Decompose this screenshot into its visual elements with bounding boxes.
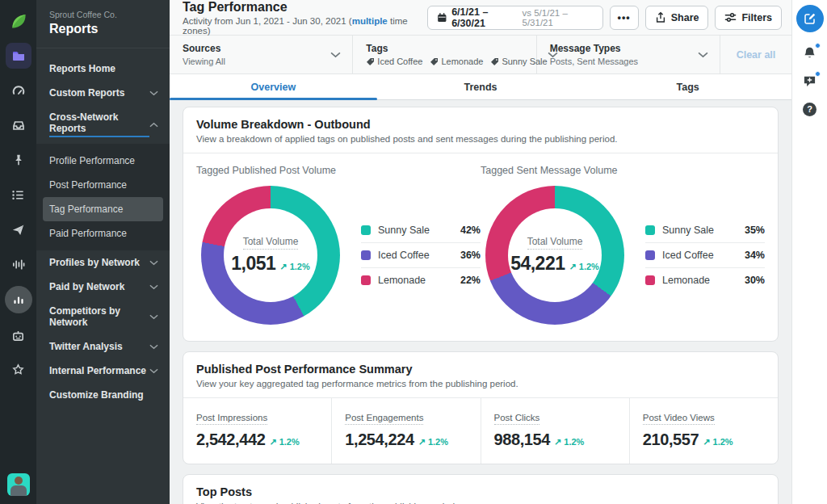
sources-filter[interactable]: Sources Viewing All [170,36,353,74]
sidebar-item-internal-performance[interactable]: Internal Performance [36,359,170,383]
sidebar-item-inbox[interactable] [6,112,31,138]
clear-all-button[interactable]: Clear all [720,36,791,74]
sidebar-item-publishing[interactable] [6,216,31,242]
volume-card-subtitle: View a breakdown of applied tags on publ… [196,134,765,144]
sent-message-volume-donut[interactable]: Total Volume 54,221 ↗ 1.2% [485,186,624,325]
feedback-button[interactable] [802,73,818,89]
tag-icon [366,57,375,66]
legend-percent: 35% [745,225,765,236]
share-button[interactable]: Share [645,6,709,30]
metric-value: 988,154 [494,430,551,449]
user-avatar[interactable] [7,473,30,496]
sidebar-item-reports-folder[interactable] [6,43,31,69]
list-icon [11,188,25,202]
sidebar-item-profiles-by-network[interactable]: Profiles by Network [36,250,170,275]
notification-badge [815,43,821,48]
filters-button[interactable]: Filters [715,6,782,30]
notifications-button[interactable] [802,44,818,61]
metric-label[interactable]: Post Impressions [196,413,267,425]
top-posts-card: Top Posts View the top tagged published … [183,474,779,504]
sidebar-item-customize-branding[interactable]: Customize Branding [36,383,170,407]
tag-chip-label: Lemonade [441,57,483,66]
total-volume-row: 1,051 ↗ 1.2% [231,253,309,275]
report-tabs: Overview Trends Tags [170,74,791,100]
sidebar-item-profile-performance[interactable]: Profile Performance [36,149,170,173]
chevron-down-icon [330,52,341,58]
nav-label: Reports Home [49,63,115,74]
legend-row: Lemonade 22% [361,268,481,292]
compose-icon [804,12,817,25]
company-name: Sprout Coffee Co. [49,10,157,19]
sidebar-nav: Reports Home Custom Reports Cross-Networ… [36,48,170,407]
legend-row: Sunny Sale 42% [361,218,481,243]
tab-tags[interactable]: Tags [584,74,791,99]
report-content[interactable]: Volume Breakdown - Outbound View a break… [170,100,791,504]
sidebar-item-listening[interactable] [6,251,31,277]
tab-trends[interactable]: Trends [377,74,585,99]
total-volume-label: Total Volume [527,236,583,250]
app-window: Sprout Coffee Co. Reports Reports Home C… [0,0,827,504]
total-volume-value: 1,051 [231,253,275,275]
sidebar-header: Sprout Coffee Co. Reports [36,0,170,48]
more-options-button[interactable]: ••• [610,6,639,30]
compose-button[interactable] [796,5,824,32]
bot-icon [11,329,25,342]
sidebar-item-cross-network-reports[interactable]: Cross-Network Reports [36,105,170,144]
star-badge-icon [11,363,25,377]
sidebar-item-automation[interactable] [6,322,31,348]
sidebar-item-dashboard[interactable] [6,78,31,103]
sidebar-item-paid-performance[interactable]: Paid Performance [36,221,170,246]
feedback-badge [815,71,821,77]
summary-card-subtitle: View your key aggregated tag performance… [196,379,765,388]
sprout-logo[interactable] [6,8,31,34]
sidebar-item-custom-reports[interactable]: Custom Reports [36,81,170,105]
chart-subtitle: Tagged Sent Message Volume [481,165,765,176]
tag-icon [490,57,499,66]
legend-swatch [645,275,655,285]
message-types-filter[interactable]: Message Types Posts, Sent Messages [537,36,720,74]
total-volume-row: 54,221 ↗ 1.2% [510,253,599,275]
date-range-button[interactable]: 6/1/21 – 6/30/21 vs 5/1/21 – 5/31/21 [427,6,603,30]
help-button[interactable]: ? [802,101,818,117]
sidebar-item-pinned[interactable] [6,147,31,173]
legend-swatch [361,250,371,260]
date-compare-text: vs 5/1/21 – 5/31/21 [523,8,594,27]
metric-value: 210,557 [643,430,699,449]
tag-icon [430,57,439,66]
paper-plane-icon [11,223,25,237]
sidebar-item-twitter-analysis[interactable]: Twitter Analysis [36,334,170,359]
metric-label[interactable]: Post Clicks [494,413,540,425]
main-content-column: Tag Performance Activity from Jun 1, 202… [170,0,791,504]
legend-label: Iced Coffee [662,250,745,261]
tags-filter[interactable]: Tags Iced Coffee Lemonade Sunny Sale [353,36,536,74]
donut-wrap: Total Volume 1,051 ↗ 1.2% [196,186,481,325]
legend-swatch [645,225,655,235]
sources-filter-text: Sources Viewing All [183,43,225,66]
sidebar-item-paid-by-network[interactable]: Paid by Network [36,275,170,299]
delta-value: 1.2% [279,437,300,447]
metric-value-row: 988,154 ↗ 1.2% [494,430,616,449]
sidebar-item-reports-active[interactable] [5,286,32,313]
metric-value: 1,254,224 [345,430,414,449]
legend-percent: 22% [460,275,481,286]
sidebar-item-post-performance[interactable]: Post Performance [36,173,170,197]
total-volume-label: Total Volume [243,236,299,250]
trend-up-icon: ↗ [269,437,276,447]
tab-overview[interactable]: Overview [170,74,377,99]
report-filter-bar: Sources Viewing All Tags Iced Coffee Lem… [170,36,791,74]
metric-label[interactable]: Post Video Views [643,413,715,425]
sidebar-item-tag-performance[interactable]: Tag Performance [43,197,163,221]
published-post-volume-donut[interactable]: Total Volume 1,051 ↗ 1.2% [201,186,340,325]
bar-chart-icon [12,293,25,306]
delta-value: 1.2% [428,437,448,447]
sidebar-item-competitors-by-network[interactable]: Competitors by Network [36,299,170,334]
sidebar-item-feeds[interactable] [6,182,31,208]
metric-label[interactable]: Post Engagements [345,413,423,425]
trend-up-icon: ↗ [569,262,577,271]
date-range-text: 6/1/21 – 6/30/21 [451,6,517,29]
chevron-down-icon [149,90,158,96]
sidebar-item-reports-home[interactable]: Reports Home [36,57,170,81]
multiple-timezones-link[interactable]: multiple [352,16,388,26]
sidebar-item-reviews[interactable] [6,357,31,383]
trend-up-icon: ↗ [554,437,561,447]
